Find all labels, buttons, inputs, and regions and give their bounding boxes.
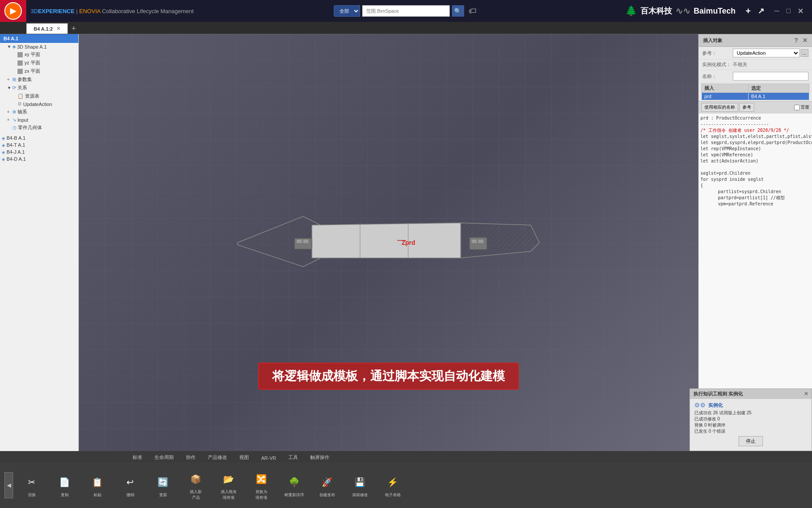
- bottom-area: 标准 生命周期 协作 产品修改 视图 AR-VR 工具 触屏操作 ◀ ✂ 切换 …: [0, 451, 812, 508]
- exec-line-1: 已成功修改 0: [694, 416, 807, 422]
- code-line-2: /* 工作指令 创建者 user 2020/9/28 */: [700, 127, 810, 134]
- subtitle-text: Collaborative Lifecycle Management: [102, 8, 194, 14]
- bottom-tools: ◀ ✂ 切换 📄 复制 📋 粘贴 ↩ 撤销 🔄 更新 📦 插入新产品 📂 插入既…: [0, 462, 812, 508]
- sidebar-item-xy[interactable]: xy 平面: [10, 50, 78, 59]
- tools-scroll-left[interactable]: ◀: [4, 472, 13, 498]
- input-icon: ↘: [12, 117, 16, 123]
- tab-close-icon[interactable]: ✕: [56, 26, 60, 32]
- override-check[interactable]: 置覆: [794, 104, 809, 110]
- tab-touch[interactable]: 触屏操作: [304, 452, 335, 462]
- close-button[interactable]: ✕: [802, 37, 808, 44]
- sidebar-item-relations[interactable]: ▼ ⟳ 关系: [5, 84, 78, 92]
- plane-icon: [18, 52, 23, 57]
- sidebar-item-partgeom[interactable]: ◷ 零件几何体: [5, 123, 78, 132]
- replace-icon: 🔀: [252, 470, 271, 488]
- exec-panel-body: ⚙⚙ 实例化 已成功在 26 试用版上创建 25 已成功修改 0 替换 0 时被…: [690, 399, 812, 451]
- sidebar-item-b4j[interactable]: ◈ B4-J A.1: [0, 148, 78, 155]
- tool-update[interactable]: 🔄 更新: [149, 473, 177, 498]
- tool-spreadsheet[interactable]: ⚡ 电子表格: [378, 473, 407, 498]
- code-line-14: vpm=partprd.Reference: [700, 201, 810, 207]
- tool-insert-existing[interactable]: 📂 插入既有现有项: [214, 470, 243, 501]
- help-button[interactable]: ?: [794, 37, 798, 44]
- exec-close-button[interactable]: ✕: [804, 391, 808, 397]
- undo-icon: ↩: [121, 473, 140, 491]
- search-button[interactable]: 🔍: [452, 5, 464, 17]
- sidebar-item-yz[interactable]: yz 平面: [10, 59, 78, 67]
- sidebar-item-3dshape[interactable]: ▼ ◈ 3D Shape A.1: [5, 43, 78, 50]
- paste-icon: 📋: [88, 473, 107, 491]
- sidebar-item-b4d[interactable]: ◈ B4-D A.1: [0, 155, 78, 162]
- sidebar-item-b4b[interactable]: ◈ B4-B A.1: [0, 134, 78, 141]
- brand-logo: 🌲: [625, 5, 637, 17]
- sidebar-item-zx[interactable]: zx 平面: [10, 67, 78, 75]
- sidebar-item-input[interactable]: + ↘ Input: [5, 116, 78, 123]
- tab-ar-vr[interactable]: AR-VR: [256, 454, 282, 462]
- tool-undo[interactable]: ↩ 撤销: [116, 473, 144, 498]
- tab-add-button[interactable]: +: [69, 23, 79, 34]
- tool-create-publish[interactable]: 🚀 创建发布: [313, 473, 341, 498]
- tab-lifecycle[interactable]: 生命周期: [149, 452, 179, 462]
- code-line-12: partlist=sysprd.Children: [700, 189, 810, 195]
- tree-reorder-icon: 🌳: [285, 473, 304, 491]
- viewport: Zprd 将逻辑做成模板，通过脚本实现自动化建模: [79, 34, 698, 451]
- 3d-shape-svg: Zprd: [224, 181, 553, 304]
- exec-line-2: 替换 0 时被调停: [694, 422, 807, 428]
- share-button[interactable]: ↗: [758, 6, 764, 16]
- sidebar-item-resource[interactable]: 📋 资源表: [10, 92, 78, 100]
- tab-b4a1[interactable]: B4 A.1:2 ✕: [26, 23, 68, 34]
- window-minimize[interactable]: ─: [774, 7, 779, 15]
- update-icon: 🔄: [154, 473, 172, 491]
- tool-cut[interactable]: ✂ 切换: [18, 473, 46, 498]
- b4d-icon: ◈: [2, 157, 5, 162]
- tool-tree-reorder[interactable]: 🌳 树重新排序: [280, 473, 308, 498]
- window-close[interactable]: ✕: [798, 7, 803, 15]
- bottom-tabs: 标准 生命周期 协作 产品修改 视图 AR-VR 工具 触屏操作: [0, 451, 812, 462]
- tab-standard[interactable]: 标准: [127, 452, 148, 462]
- search-input[interactable]: [362, 5, 450, 17]
- tool-save-modify[interactable]: 💾 保留修改: [346, 473, 374, 498]
- code-line-3: let seglst,syslst,elelst,partlst,pfist,a…: [700, 134, 810, 140]
- tab-tools[interactable]: 工具: [283, 452, 304, 462]
- tab-product-modify[interactable]: 产品修改: [202, 452, 233, 462]
- resource-icon: 📋: [18, 93, 24, 99]
- add-button[interactable]: +: [746, 6, 751, 16]
- tab-collaborate[interactable]: 协作: [180, 452, 201, 462]
- override-checkbox[interactable]: [794, 105, 800, 110]
- sidebar-item-params[interactable]: + ⊞ 参数集: [5, 75, 78, 84]
- tag-button[interactable]: 🏷: [469, 7, 476, 16]
- copy-icon: 📄: [56, 473, 74, 491]
- ref-button[interactable]: 参考: [739, 103, 754, 112]
- exec-row-header: ⚙⚙ 实例化: [694, 402, 807, 409]
- scope-select[interactable]: 全部: [334, 5, 360, 17]
- tool-copy[interactable]: 📄 复制: [50, 473, 79, 498]
- ref-select[interactable]: UpdateAction: [733, 49, 800, 57]
- sidebar-item-updateaction[interactable]: ⚙ UpdateAction: [10, 100, 78, 108]
- exec-line-3: 已发生 0 个错误: [694, 428, 807, 434]
- tool-insert-new[interactable]: 📦 插入新产品: [182, 470, 210, 501]
- plane-icon: [18, 69, 23, 74]
- tool-paste[interactable]: 📋 粘贴: [83, 473, 112, 498]
- b4b-icon: ◈: [2, 136, 5, 141]
- panel-controls: ? ✕: [794, 37, 808, 44]
- sidebar-root[interactable]: B4 A.1: [0, 34, 78, 43]
- spreadsheet-icon: ⚡: [384, 473, 402, 491]
- banner: 将逻辑做成模板，通过脚本实现自动化建模: [258, 363, 519, 390]
- name-input[interactable]: [733, 72, 808, 81]
- window-maximize[interactable]: □: [786, 7, 791, 15]
- tool-replace[interactable]: 🔀 替换为现有项: [247, 470, 276, 501]
- sidebar-item-b4t[interactable]: ◈ B4-T A.1: [0, 141, 78, 148]
- brand-icon: ∿∿: [676, 6, 690, 16]
- axis-icon: ⊕: [12, 109, 16, 115]
- tab-view[interactable]: 视图: [234, 452, 255, 462]
- stop-button[interactable]: 停止: [738, 436, 763, 446]
- exec-panel-header: 执行知识工程则 实例化 ✕: [690, 389, 812, 399]
- table-row[interactable]: prd B4 A.1: [702, 93, 809, 100]
- ref-browse-button[interactable]: …: [801, 49, 808, 57]
- insert-dialog-header: 插入对象 ? ✕: [699, 34, 812, 47]
- brand-area: 🌲 百木科技 ∿∿ BaimuTech + ↗ ─ □ ✕: [625, 5, 803, 17]
- svg-rect-8: [472, 240, 477, 243]
- app-logo: ▶: [0, 0, 26, 22]
- b4j-icon: ◈: [2, 150, 5, 155]
- use-name-button[interactable]: 使用相应的名称: [701, 103, 738, 112]
- sidebar-item-axis[interactable]: + ⊕ 轴系: [5, 108, 78, 116]
